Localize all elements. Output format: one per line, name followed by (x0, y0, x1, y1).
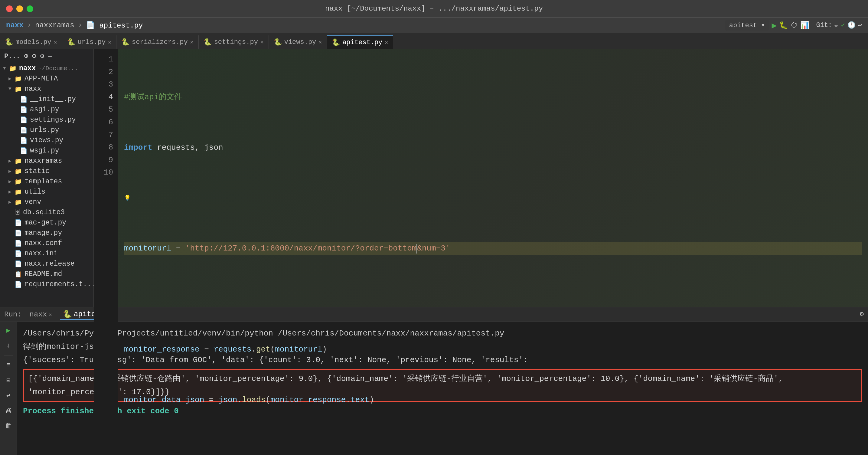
tree-item-wsgi[interactable]: 📄 wsgi.py (0, 146, 93, 156)
line-num-6: 6 (94, 116, 113, 129)
var-json: json (218, 394, 237, 406)
tree-label: urls.py (30, 126, 59, 134)
breadcrumb-folder[interactable]: naxxramas (35, 21, 74, 29)
run-clear-btn[interactable]: 🗑 (3, 420, 14, 431)
maximize-button[interactable] (27, 5, 33, 12)
tab-label: apitest.py (342, 39, 382, 46)
var-text: text (350, 394, 369, 406)
tree-item-naxx-conf[interactable]: 📄 naxx.conf (0, 238, 93, 248)
tree-item-settings[interactable]: 📄 settings.py (0, 115, 93, 125)
run-lines-btn[interactable]: ≡ (3, 360, 14, 371)
run-tab-naxx[interactable]: naxx ✕ (27, 310, 55, 319)
tree-label: naxx (19, 64, 36, 72)
tab-bar: 🐍 models.py ✕ 🐍 urls.py ✕ 🐍 serializers.… (0, 33, 868, 49)
git-commit-btn[interactable]: ✏ (834, 21, 838, 29)
var-monitorurl: monitorurl (124, 242, 171, 255)
tab-close-settings[interactable]: ✕ (260, 39, 264, 46)
code-line-1: #测试api的文件 (124, 91, 862, 104)
var-requests: requests (214, 343, 251, 356)
tree-item-naxx-root[interactable]: ▼ 📁 naxx ~/Docume... (0, 63, 93, 73)
run-print-btn[interactable]: 🖨 (3, 405, 14, 416)
code-lines[interactable]: #测试api的文件 import requests, json 💡 monito… (118, 49, 868, 439)
window-title: naxx [~/Documents/naxx] – .../naxxramas/… (325, 4, 543, 13)
tree-item-utils[interactable]: ▶ 📁 utils (0, 187, 93, 197)
tree-item-app-meta[interactable]: ▶ 📁 APP-META (0, 73, 93, 84)
run-btn[interactable]: ▶ (772, 20, 777, 31)
code-editor[interactable]: 1 2 3 4 5 6 7 8 9 10 #测试api的文件 import re… (94, 49, 868, 439)
breadcrumb-project[interactable]: naxx (6, 21, 24, 29)
tab-close-views[interactable]: ✕ (318, 39, 322, 46)
file-icon: 📄 (14, 229, 22, 237)
tree-item-naxx-ini[interactable]: 📄 naxx.ini (0, 248, 93, 259)
expand-icon: ▶ (8, 168, 14, 174)
fn-loads: loads (242, 394, 266, 406)
expand-icon: ▶ (8, 158, 14, 164)
code-text: ) (322, 343, 327, 356)
keyword-import: import (124, 142, 152, 154)
folder-icon: 📁 (14, 85, 22, 93)
debug-btn[interactable]: 🐛 (779, 21, 788, 30)
tree-item-init[interactable]: 📄 __init__.py (0, 94, 93, 104)
tree-item-urls[interactable]: 📄 urls.py (0, 125, 93, 135)
tree-label: mac-get.py (25, 219, 66, 226)
tab-label: views.py (284, 38, 316, 46)
git-history-btn[interactable]: 🕐 (847, 21, 856, 29)
folder-icon: 📁 (14, 178, 22, 185)
tree-item-requirements[interactable]: 📄 requirements.t... (0, 279, 93, 290)
tab-close-urls[interactable]: ✕ (108, 39, 111, 46)
tree-item-db[interactable]: 🗄 db.sqlite3 (0, 207, 93, 217)
tab-views-py[interactable]: 🐍 views.py ✕ (269, 35, 327, 49)
profile-btn[interactable]: ⏱ (790, 21, 798, 30)
nav-bar: naxx › naxxramas › 📄 apitest.py apitest … (0, 18, 868, 33)
run-scroll-btn[interactable]: ↓ (3, 340, 14, 351)
tree-item-templates[interactable]: ▶ 📁 templates (0, 176, 93, 187)
code-line-4: monitorurl = 'http://127.0.0.1:8000/naxx… (124, 242, 862, 255)
file-icon: 📄 (14, 250, 22, 257)
close-button[interactable] (6, 5, 13, 12)
tree-item-views[interactable]: 📄 views.py (0, 135, 93, 146)
expand-icon: ▶ (8, 199, 14, 205)
tab-serializers-py[interactable]: 🐍 serializers.py ✕ (117, 35, 199, 49)
code-line-7: monitor_data_json = json.loads(monitor_r… (124, 394, 862, 406)
minimize-button[interactable] (16, 5, 23, 12)
title-bar: naxx [~/Documents/naxx] – .../naxxramas/… (0, 0, 868, 18)
tab-urls-py[interactable]: 🐍 urls.py ✕ (62, 35, 117, 49)
code-text: ( (270, 343, 275, 356)
tree-item-manage[interactable]: 📄 manage.py (0, 228, 93, 238)
tree-item-readme[interactable]: 📋 README.md (0, 269, 93, 279)
git-rollback-btn[interactable]: ↩ (858, 21, 862, 29)
tree-item-mac-get[interactable]: 📄 mac-get.py (0, 217, 93, 228)
run-config[interactable]: apitest ▾ (725, 20, 769, 31)
tree-label: utils (25, 188, 45, 196)
folder-icon: 📁 (14, 157, 22, 165)
main-layout: P... ⊕ ⊖ ⚙ — ▼ 📁 naxx ~/Docume... ▶ 📁 AP… (0, 49, 868, 439)
tab-models-py[interactable]: 🐍 models.py ✕ (0, 35, 62, 49)
tab-settings-py[interactable]: 🐍 settings.py ✕ (199, 35, 269, 49)
file-icon: 📄 (20, 96, 28, 103)
tab-close-apitest[interactable]: ✕ (385, 39, 388, 46)
code-editor-area[interactable]: 1 2 3 4 5 6 7 8 9 10 #测试api的文件 import re… (94, 49, 868, 439)
var-response: monitor_response (124, 343, 199, 356)
window-controls[interactable] (6, 5, 33, 12)
tab-label: models.py (16, 38, 52, 46)
tree-item-naxx-folder[interactable]: ▼ 📁 naxx (0, 84, 93, 94)
tree-item-asgi[interactable]: 📄 asgi.py (0, 104, 93, 115)
coverage-btn[interactable]: 📊 (800, 21, 809, 30)
tree-label: settings.py (30, 116, 76, 124)
run-play-btn[interactable]: ▶ (3, 325, 14, 336)
tab-apitest-py[interactable]: 🐍 apitest.py ✕ (327, 35, 393, 49)
tree-item-naxx-release[interactable]: 📄 naxx.release (0, 259, 93, 269)
tab-label: serializers.py (132, 38, 188, 46)
tree-item-static[interactable]: ▶ 📁 static (0, 166, 93, 176)
tree-item-venv[interactable]: ▶ 📁 venv (0, 197, 93, 207)
tab-close-models[interactable]: ✕ (54, 39, 57, 46)
run-wrap-btn[interactable]: ↩ (3, 390, 14, 401)
git-check-btn[interactable]: ✓ (841, 21, 845, 29)
tree-label: wsgi.py (30, 147, 59, 155)
tree-item-naxxramas[interactable]: ▶ 📁 naxxramas (0, 156, 93, 166)
run-tab-close-naxx[interactable]: ✕ (49, 311, 52, 318)
tree-label: naxxramas (25, 157, 62, 165)
run-filter-btn[interactable]: ⊟ (3, 375, 14, 386)
run-label: Run: (4, 310, 22, 318)
tab-close-serializers[interactable]: ✕ (190, 39, 193, 46)
